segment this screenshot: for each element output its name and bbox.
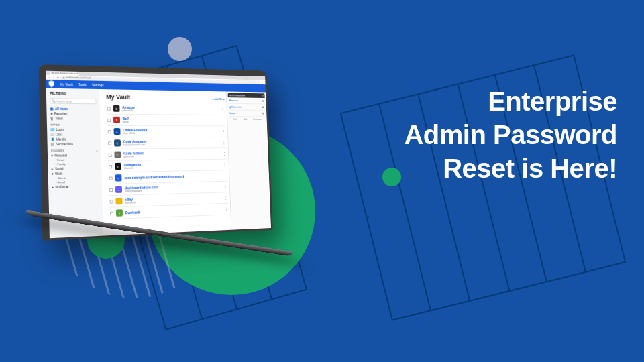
sidebar-folder-none[interactable]: ▸No Folder	[52, 184, 99, 189]
extension-row[interactable]: gitHub.com⧉	[228, 104, 265, 111]
more-icon[interactable]: ⋮	[223, 152, 226, 156]
more-icon[interactable]: ⋮	[222, 141, 225, 145]
sidebar-title: FILTERS	[50, 91, 96, 96]
shield-icon	[49, 80, 55, 88]
checkbox[interactable]	[107, 118, 111, 121]
more-icon[interactable]: ⋮	[223, 163, 227, 167]
chevron-down-icon: ▾	[52, 172, 54, 175]
extension-footer: View Add Generate	[229, 117, 266, 122]
extension-add-button[interactable]: Add	[244, 118, 248, 121]
checkbox[interactable]	[109, 188, 113, 191]
site-favicon: B	[113, 117, 120, 123]
chevron-down-icon: ▾	[51, 154, 53, 157]
item-actions: ⋮	[223, 152, 226, 156]
checkbox[interactable]	[107, 107, 111, 110]
sidebar-item-favorites[interactable]: ★Favorites	[50, 111, 97, 116]
sidebar-type-login[interactable]: 🌐Login	[50, 127, 97, 131]
back-icon[interactable]: ‹	[48, 76, 50, 78]
vault-item[interactable]: CChase FreedomVisa, *4245⋮	[107, 126, 225, 137]
item-actions: ⋮	[225, 207, 228, 211]
identity-icon: 👤	[51, 137, 55, 141]
item-username: hello@bitwarden	[125, 189, 159, 192]
sidebar-item-trash[interactable]: 🗑Trash	[50, 116, 97, 121]
nav-tools[interactable]: Tools	[78, 82, 87, 86]
vault-item[interactable]: BBoAjsmith⋮	[107, 115, 225, 127]
checkbox[interactable]	[109, 176, 113, 180]
vault-item[interactable]: CCode Academyhello@iohnsmith.com⋮	[107, 137, 226, 149]
checkbox[interactable]	[110, 200, 113, 203]
site-favicon: E	[116, 209, 123, 217]
more-icon[interactable]: ⋮	[224, 185, 227, 189]
sidebar-folder-personal-email[interactable]: • Email	[51, 158, 98, 162]
extension-view-button[interactable]: View	[233, 118, 237, 121]
item-actions: ⋮	[221, 107, 225, 111]
more-icon[interactable]: ⋮	[223, 174, 227, 178]
extensions-icon[interactable]: ⋮	[261, 80, 264, 83]
headline-line-2: Admin Password	[329, 118, 617, 152]
copy-icon[interactable]: ⧉	[262, 105, 264, 109]
checkbox[interactable]	[109, 153, 112, 156]
headline-line-3: Reset is Here!	[329, 152, 617, 185]
nav-settings[interactable]: Settings	[92, 83, 104, 87]
vault-item-list: AAmazonjohn.smith⋮BBoAjsmith⋮CChase Free…	[107, 103, 229, 219]
add-item-button[interactable]: + Add Item	[212, 97, 224, 100]
checkbox[interactable]	[108, 130, 111, 133]
more-icon[interactable]: ⋮	[225, 207, 228, 211]
item-username: Visa, *4245	[123, 132, 147, 135]
laptop-screen-bezel: My Vault Bitwarden web vault ‹ › ⟳ 🔒 vau…	[38, 64, 272, 241]
search-input[interactable]: 🔍 Search Vault	[50, 98, 96, 104]
close-icon[interactable]: ×	[262, 94, 264, 97]
checkbox[interactable]	[110, 211, 113, 215]
site-favicon: C	[114, 139, 121, 146]
cube-icon: ▣	[50, 107, 54, 110]
url-text: vault.bitwarden.com/#/vault	[66, 76, 91, 80]
more-icon[interactable]: ⋮	[221, 107, 225, 111]
item-actions: ⋮	[223, 174, 227, 178]
extension-title: vault.bitwarden	[229, 93, 245, 97]
item-username: jsmith	[123, 121, 129, 123]
item-name: Everbank	[125, 210, 140, 215]
sidebar-item-all[interactable]: ▣All Items	[50, 107, 97, 111]
forward-icon[interactable]: ›	[52, 76, 55, 78]
extension-generate-button[interactable]: Generate	[253, 118, 262, 121]
reload-icon[interactable]: ⟳	[56, 76, 59, 78]
headline: Enterprise Admin Password Reset is Here!	[329, 84, 617, 185]
sidebar-folder-social[interactable]: ▸Social	[52, 166, 99, 170]
more-icon[interactable]: ⋮	[221, 119, 225, 123]
chevron-right-icon: ▸	[52, 185, 54, 188]
headline-line-1: Enterprise	[329, 84, 617, 118]
item-username: john.smith	[122, 109, 135, 112]
more-icon[interactable]: ⋮	[222, 129, 225, 133]
item-actions: ⋮	[224, 185, 227, 189]
sidebar-folder-work[interactable]: ▾Work	[52, 171, 99, 176]
sidebar-types-heading: TYPES	[50, 123, 97, 127]
nav-my-vault[interactable]: My Vault	[60, 82, 73, 87]
checkbox[interactable]	[108, 141, 111, 145]
site-favicon: d	[115, 186, 122, 192]
sidebar-folders-heading-row: FOLDERS +	[51, 149, 98, 153]
more-icon[interactable]: ⋮	[224, 196, 227, 200]
chevron-right-icon: ▸	[52, 167, 54, 170]
copy-icon[interactable]: ⧉	[262, 112, 264, 115]
copy-icon[interactable]: ⧉	[262, 99, 264, 103]
card-icon: ▭	[50, 133, 54, 136]
extension-row[interactable]: linear⧉	[229, 110, 266, 117]
sidebar-folder-personal-family[interactable]: • Family	[52, 162, 99, 166]
note-icon: ▤	[51, 142, 54, 145]
checkbox[interactable]	[109, 165, 112, 168]
vault-item[interactable]: AAmazonjohn.smith⋮	[107, 103, 225, 115]
globe-icon: 🌐	[50, 127, 54, 131]
sidebar-folder-personal[interactable]: ▾Personal	[51, 153, 98, 158]
item-actions: ⋮	[221, 119, 225, 123]
sidebar-type-secure-note[interactable]: ▤Secure Note	[51, 142, 98, 147]
item-username: hello@iohnsmith.com	[123, 143, 147, 146]
site-favicon: A	[113, 105, 119, 112]
sidebar-type-card[interactable]: ▭Card	[50, 132, 97, 136]
trash-icon: 🗑	[50, 117, 54, 120]
sidebar-type-identity[interactable]: 👤Identity	[51, 137, 98, 141]
site-favicon: c	[115, 163, 121, 170]
item-actions: ⋮	[222, 129, 225, 133]
site-favicon: e	[115, 198, 122, 205]
vault-main: My Vault + Add Item AAmazonjohn.smith⋮BB…	[99, 89, 231, 236]
add-folder-icon[interactable]: +	[96, 149, 97, 152]
